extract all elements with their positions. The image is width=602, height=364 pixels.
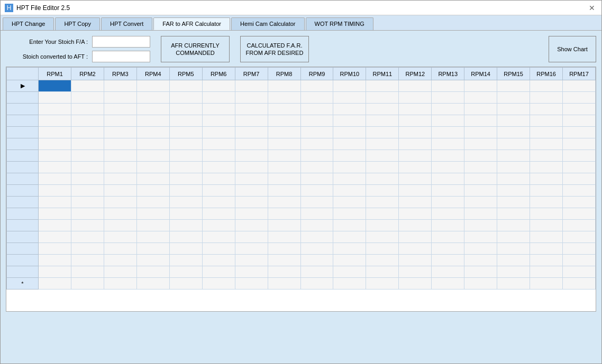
- table-cell[interactable]: [530, 162, 563, 173]
- table-cell[interactable]: [497, 185, 530, 197]
- table-cell[interactable]: [366, 104, 399, 115]
- table-cell[interactable]: [563, 266, 596, 278]
- table-cell[interactable]: [202, 173, 235, 185]
- table-cell[interactable]: [202, 104, 235, 115]
- table-cell[interactable]: [399, 173, 432, 185]
- table-cell[interactable]: [268, 278, 300, 290]
- table-cell[interactable]: [366, 185, 399, 197]
- table-cell[interactable]: [530, 266, 563, 278]
- table-cell[interactable]: [464, 92, 497, 104]
- table-cell[interactable]: [300, 197, 333, 208]
- table-cell[interactable]: [366, 197, 399, 208]
- table-cell[interactable]: [71, 92, 104, 104]
- table-cell[interactable]: [39, 208, 71, 220]
- table-cell[interactable]: [563, 92, 596, 104]
- table-cell[interactable]: [136, 80, 169, 92]
- table-cell[interactable]: [202, 243, 235, 255]
- table-cell[interactable]: [136, 92, 169, 104]
- table-cell[interactable]: [432, 173, 464, 185]
- table-cell[interactable]: [202, 115, 235, 127]
- table-cell[interactable]: [497, 208, 530, 220]
- table-cell[interactable]: [268, 197, 300, 208]
- table-cell[interactable]: [136, 197, 169, 208]
- table-cell[interactable]: [563, 197, 596, 208]
- table-cell[interactable]: [432, 197, 464, 208]
- table-cell[interactable]: [268, 255, 300, 266]
- table-cell[interactable]: [136, 266, 169, 278]
- table-cell[interactable]: [399, 243, 432, 255]
- table-cell[interactable]: [530, 92, 563, 104]
- table-cell[interactable]: [366, 243, 399, 255]
- table-cell[interactable]: [300, 208, 333, 220]
- table-cell[interactable]: [563, 104, 596, 115]
- table-cell[interactable]: [333, 220, 366, 231]
- table-cell[interactable]: [202, 208, 235, 220]
- table-cell[interactable]: [268, 220, 300, 231]
- table-cell[interactable]: [235, 104, 268, 115]
- tab-hpt-convert[interactable]: HPT Convert: [101, 17, 152, 30]
- table-cell[interactable]: [235, 231, 268, 243]
- table-cell[interactable]: [432, 231, 464, 243]
- table-cell[interactable]: [104, 231, 136, 243]
- table-cell[interactable]: [136, 208, 169, 220]
- table-cell[interactable]: [464, 220, 497, 231]
- table-cell[interactable]: [104, 208, 136, 220]
- table-cell[interactable]: [563, 255, 596, 266]
- afr-currently-commanded-button[interactable]: AFR CURRENTLYCOMMANDED: [161, 36, 230, 62]
- table-cell[interactable]: [268, 185, 300, 197]
- table-cell[interactable]: [169, 162, 202, 173]
- table-cell[interactable]: [563, 115, 596, 127]
- table-cell[interactable]: [39, 92, 71, 104]
- table-cell[interactable]: [169, 208, 202, 220]
- table-cell[interactable]: [71, 266, 104, 278]
- stoich-fa-input[interactable]: [92, 36, 150, 48]
- table-cell[interactable]: [497, 231, 530, 243]
- table-cell[interactable]: [399, 138, 432, 150]
- table-cell[interactable]: [268, 208, 300, 220]
- table-cell[interactable]: [333, 150, 366, 162]
- table-cell[interactable]: [333, 231, 366, 243]
- table-cell[interactable]: [268, 173, 300, 185]
- table-cell[interactable]: [497, 104, 530, 115]
- table-cell[interactable]: [300, 255, 333, 266]
- table-cell[interactable]: [300, 92, 333, 104]
- table-cell[interactable]: [300, 173, 333, 185]
- table-cell[interactable]: [300, 138, 333, 150]
- table-cell[interactable]: [399, 150, 432, 162]
- table-cell[interactable]: [268, 127, 300, 138]
- table-cell[interactable]: [300, 115, 333, 127]
- table-cell[interactable]: [39, 220, 71, 231]
- table-cell[interactable]: [366, 92, 399, 104]
- table-cell[interactable]: [300, 266, 333, 278]
- table-cell[interactable]: [202, 138, 235, 150]
- table-cell[interactable]: [366, 162, 399, 173]
- table-cell[interactable]: [530, 80, 563, 92]
- table-cell[interactable]: [235, 150, 268, 162]
- table-cell[interactable]: [333, 197, 366, 208]
- table-cell[interactable]: [104, 138, 136, 150]
- table-cell[interactable]: [235, 92, 268, 104]
- table-cell[interactable]: [399, 220, 432, 231]
- table-cell[interactable]: [432, 266, 464, 278]
- table-cell[interactable]: [497, 150, 530, 162]
- table-cell[interactable]: [71, 104, 104, 115]
- table-cell[interactable]: [563, 208, 596, 220]
- table-cell[interactable]: [530, 197, 563, 208]
- table-cell[interactable]: [268, 266, 300, 278]
- tab-hpt-change[interactable]: HPT Change: [3, 17, 54, 30]
- table-cell[interactable]: [39, 115, 71, 127]
- table-cell[interactable]: [235, 138, 268, 150]
- table-cell[interactable]: [39, 80, 71, 92]
- table-cell[interactable]: [300, 185, 333, 197]
- table-cell[interactable]: [497, 127, 530, 138]
- table-cell[interactable]: [464, 80, 497, 92]
- table-cell[interactable]: [530, 243, 563, 255]
- table-cell[interactable]: [268, 243, 300, 255]
- table-cell[interactable]: [235, 208, 268, 220]
- table-cell[interactable]: [235, 266, 268, 278]
- tab-hpt-copy[interactable]: HPT Copy: [55, 17, 100, 30]
- table-cell[interactable]: [235, 255, 268, 266]
- table-cell[interactable]: [464, 231, 497, 243]
- table-cell[interactable]: [202, 278, 235, 290]
- table-cell[interactable]: [39, 255, 71, 266]
